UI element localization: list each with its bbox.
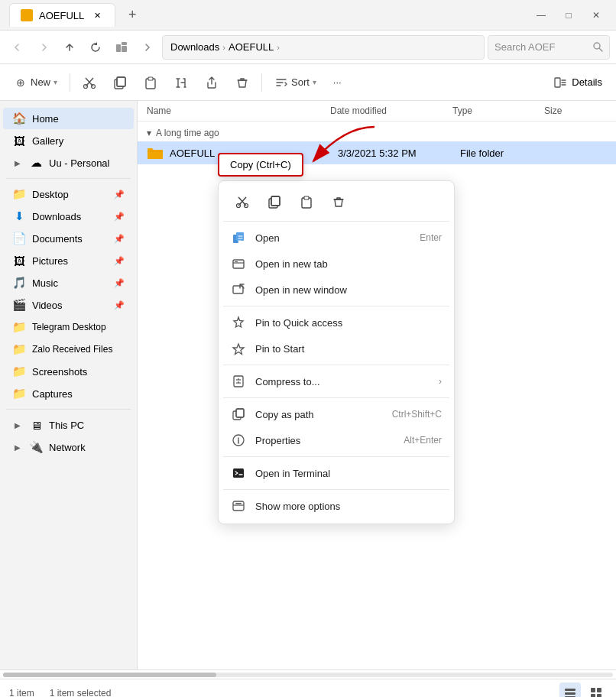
active-tab[interactable]: AOEFULL ✕ — [9, 3, 115, 27]
cm-divider-4 — [223, 397, 449, 398]
copy-icon — [113, 76, 127, 89]
rename-button[interactable] — [167, 70, 196, 96]
cm-item-properties[interactable]: Properties Alt+Enter — [223, 427, 449, 453]
pin-icon-2: 📌 — [114, 212, 125, 222]
pin-icon-4: 📌 — [114, 256, 125, 266]
close-button[interactable]: ✕ — [585, 5, 607, 26]
music-icon: 🎵 — [12, 276, 26, 290]
cm-paste-button[interactable] — [293, 189, 319, 215]
sidebar-label-gallery: Gallery — [32, 135, 63, 147]
cm-copy-button[interactable] — [261, 189, 287, 215]
cm-item-open-new-tab[interactable]: Open in new tab — [223, 251, 449, 277]
refresh-button[interactable] — [84, 36, 107, 59]
pin-icon-6: 📌 — [114, 300, 125, 310]
tab-close-button[interactable]: ✕ — [90, 8, 104, 22]
paste-button[interactable] — [136, 70, 165, 96]
sidebar-item-captures[interactable]: 📁 Captures — [3, 383, 134, 404]
more-button[interactable]: ··· — [326, 70, 349, 96]
cm-cut-button[interactable] — [229, 189, 255, 215]
pin-icon-3: 📌 — [114, 234, 125, 244]
up-button[interactable] — [58, 36, 81, 59]
home-icon: 🏠 — [12, 112, 26, 125]
sidebar-item-home[interactable]: 🏠 Home — [3, 108, 134, 129]
status-item-count: 1 item — [9, 688, 34, 698]
add-tab-button[interactable]: + — [122, 5, 143, 26]
title-bar: AOEFULL ✕ + — □ ✕ — [0, 0, 616, 31]
sidebar-label-zalo: Zalo Received Files — [32, 344, 112, 355]
col-header-size: Size — [544, 105, 607, 116]
details-button[interactable]: Details — [546, 70, 610, 96]
paste-icon — [144, 76, 157, 89]
folder-view-button[interactable] — [110, 36, 133, 59]
breadcrumb-downloads[interactable]: Downloads — [170, 41, 219, 53]
maximize-button[interactable]: □ — [558, 5, 579, 26]
sidebar-item-gallery[interactable]: 🖼 Gallery — [3, 130, 134, 151]
sidebar-item-pictures[interactable]: 🖼 Pictures 📌 — [3, 250, 134, 271]
sidebar-label-desktop: Desktop — [32, 189, 69, 200]
cm-icons-row — [223, 186, 449, 218]
sidebar-item-uu-personal[interactable]: ▶ ☁ Uu - Personal — [3, 152, 134, 173]
search-box[interactable]: Search AOEF — [488, 35, 610, 60]
sidebar-item-screenshots[interactable]: 📁 Screenshots — [3, 361, 134, 382]
gallery-icon: 🖼 — [12, 134, 26, 148]
cm-item-terminal[interactable]: Open in Terminal — [223, 460, 449, 486]
file-list-header: Name Date modified Type Size — [138, 101, 616, 122]
cm-item-compress[interactable]: Compress to... › — [223, 368, 449, 394]
sidebar-item-telegram[interactable]: 📁 Telegram Desktop — [3, 316, 134, 338]
svg-line-4 — [599, 48, 602, 51]
section-label: ▾ A long time ago — [138, 122, 616, 141]
copy-path-icon — [231, 407, 246, 422]
pin-icon-5: 📌 — [114, 278, 125, 288]
section-collapse-icon[interactable]: ▾ — [147, 128, 151, 138]
sidebar-label-home: Home — [32, 113, 59, 125]
open-new-tab-icon — [231, 256, 246, 271]
minimize-button[interactable]: — — [530, 5, 552, 26]
sidebar-item-zalo[interactable]: 📁 Zalo Received Files — [3, 339, 134, 360]
share-button[interactable] — [197, 70, 226, 96]
sidebar-item-music[interactable]: 🎵 Music 📌 — [3, 272, 134, 293]
cm-pin-start-label: Pin to Start — [255, 343, 442, 355]
cm-item-show-more[interactable]: Show more options — [223, 493, 449, 519]
copy-button[interactable] — [105, 70, 135, 96]
more-label: ··· — [333, 76, 342, 88]
sidebar-item-desktop[interactable]: 📁 Desktop 📌 — [3, 183, 134, 205]
cm-delete-button[interactable] — [326, 189, 352, 215]
address-bar: Downloads › AOEFULL › Search AOEF — [0, 31, 616, 64]
cm-open-shortcut: Enter — [420, 232, 442, 243]
new-button[interactable]: ⊕ New ▾ — [6, 70, 65, 96]
scrollbar-track[interactable] — [3, 673, 613, 677]
show-more-icon — [231, 498, 246, 514]
col-header-date: Date modified — [330, 105, 452, 116]
svg-rect-0 — [116, 44, 121, 52]
search-placeholder: Search AOEF — [494, 41, 555, 53]
back-button[interactable] — [6, 36, 29, 59]
cm-item-pin-quick[interactable]: Pin to Quick access — [223, 310, 449, 336]
sidebar-item-downloads[interactable]: ⬇ Downloads 📌 — [3, 206, 134, 227]
list-view-button[interactable] — [559, 682, 581, 698]
svg-rect-43 — [233, 501, 244, 511]
cm-item-pin-start[interactable]: Pin to Start — [223, 336, 449, 361]
sort-button[interactable]: Sort ▾ — [267, 70, 324, 96]
sidebar-divider-2 — [6, 409, 131, 410]
svg-rect-48 — [591, 688, 595, 692]
cm-item-open[interactable]: Open Enter — [223, 225, 449, 251]
scrollbar-thumb[interactable] — [3, 673, 216, 677]
sidebar-item-network[interactable]: ▶ 🔌 Network — [3, 436, 134, 458]
sidebar-item-documents[interactable]: 📄 Documents 📌 — [3, 228, 134, 249]
sidebar-label-network: Network — [49, 442, 86, 453]
cm-item-open-new-window[interactable]: Open in new window — [223, 277, 449, 303]
cut-button[interactable] — [75, 70, 104, 96]
breadcrumb-aoefull[interactable]: AOEFULL — [229, 41, 274, 53]
pin-quick-icon — [231, 315, 246, 330]
sidebar-item-thispc[interactable]: ▶ 🖥 This PC — [3, 414, 134, 436]
cm-item-copy-path[interactable]: Copy as path Ctrl+Shift+C — [223, 401, 449, 427]
scrollbar-area — [0, 669, 616, 679]
breadcrumb[interactable]: Downloads › AOEFULL › — [162, 35, 485, 60]
delete-button[interactable] — [228, 70, 257, 96]
grid-view-button[interactable] — [585, 682, 607, 698]
cm-show-more-label: Show more options — [255, 501, 442, 512]
cm-divider-1 — [223, 221, 449, 222]
forward-button[interactable] — [32, 36, 55, 59]
pin-icon: 📌 — [114, 190, 125, 199]
sidebar-item-videos[interactable]: 🎬 Videos 📌 — [3, 294, 134, 316]
